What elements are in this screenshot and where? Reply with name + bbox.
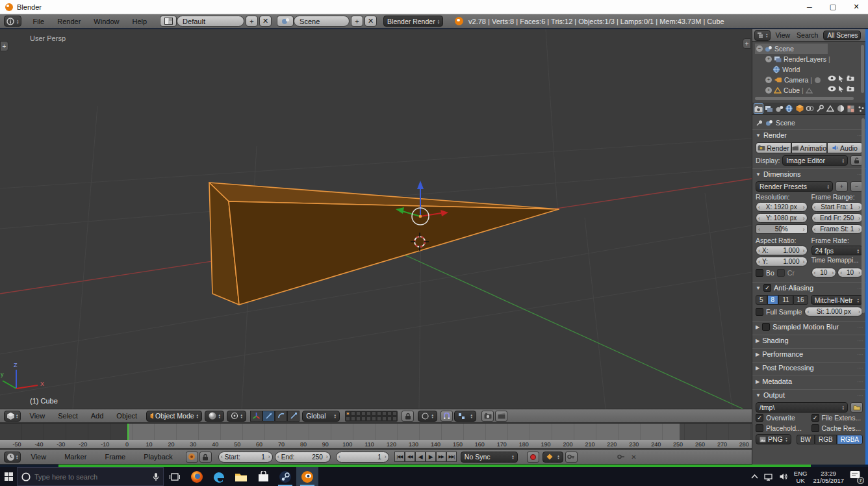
pivot-point-select[interactable] (227, 411, 246, 422)
outliner-item-cube[interactable]: + Cube | (765, 85, 813, 96)
layer-cell[interactable] (392, 416, 397, 421)
search-input[interactable] (34, 473, 138, 481)
full-sample-checkbox[interactable] (756, 308, 763, 316)
next-keyframe-button[interactable]: ▶▶ (436, 452, 446, 462)
layer-cell[interactable] (361, 411, 366, 416)
outliner-editor-type-selector[interactable]: ▴ ▾ (754, 30, 771, 41)
layer-cell[interactable] (377, 411, 381, 416)
panel-grip[interactable]: ···· (857, 351, 863, 358)
section-performance[interactable]: ▶ Performance ···· (752, 348, 866, 359)
render-presets-select[interactable]: Render Presets (756, 181, 833, 192)
channels-rgb-button[interactable]: RGB (815, 435, 837, 444)
vp-menu-add[interactable]: Add (84, 412, 110, 420)
steam-taskbar-icon[interactable] (274, 467, 296, 486)
network-icon[interactable] (764, 473, 774, 481)
delete-keyframe-button[interactable]: ✕ (628, 452, 640, 463)
aa-filter-select[interactable]: Mitchell-Netr (811, 295, 863, 305)
layer-cell[interactable] (372, 416, 376, 421)
panel-grip[interactable]: ···· (857, 378, 863, 385)
section-output[interactable]: ▼ Output ···· (752, 389, 866, 400)
section-metadata[interactable]: ▶ Metadata ···· (752, 376, 866, 387)
language-indicator[interactable]: ENG UK (794, 470, 808, 484)
layer-cell[interactable] (382, 411, 387, 416)
snap-element-select[interactable] (454, 411, 476, 422)
blender-taskbar-icon[interactable] (296, 467, 318, 486)
vp-menu-view[interactable]: View (23, 412, 52, 420)
menu-file[interactable]: File (27, 18, 51, 25)
add-scene-button[interactable]: + (351, 16, 363, 27)
tab-constraints[interactable] (805, 103, 815, 114)
region-expand-handle-left[interactable]: + (0, 41, 8, 51)
display-select[interactable]: Image Editor (782, 155, 848, 166)
motion-blur-checkbox[interactable] (762, 323, 770, 331)
render-opengl-anim-button[interactable] (495, 411, 507, 422)
jump-to-start-button[interactable]: |◀◀ (394, 452, 405, 462)
manipulator-rotate-button[interactable] (275, 411, 287, 422)
delete-layout-button[interactable]: ✕ (259, 16, 272, 27)
layer-cell[interactable] (387, 411, 392, 416)
aspect-y-field[interactable]: Y:1.000 (756, 257, 808, 266)
tl-menu-frame[interactable]: Frame (98, 453, 132, 461)
collapse-icon[interactable]: − (756, 45, 763, 52)
render-audio-button[interactable]: Audio (827, 142, 863, 153)
outliner-vscrollbar[interactable] (861, 45, 864, 93)
record-button[interactable] (527, 452, 539, 463)
lock-to-scene-button[interactable] (402, 411, 414, 422)
viewport-shading-select[interactable] (205, 411, 224, 422)
outliner-item-world[interactable]: World (772, 64, 800, 75)
start-button[interactable] (0, 467, 17, 486)
panel-grip[interactable]: ···· (857, 324, 863, 331)
cursor-select-icon[interactable] (838, 86, 845, 92)
resolution-x-field[interactable]: X: 1920 px (756, 202, 808, 212)
tab-world[interactable] (785, 103, 795, 114)
manipulator-translate-button[interactable] (262, 411, 275, 422)
layer-cell[interactable] (387, 416, 392, 421)
anti-aliasing-checkbox[interactable] (763, 284, 771, 292)
delete-scene-button[interactable]: ✕ (364, 16, 377, 27)
mode-select[interactable]: Object Mode (146, 411, 202, 422)
end-frame-field[interactable]: End Fr: 250 (811, 213, 863, 223)
layer-cell[interactable] (346, 411, 350, 416)
outliner-menu-search[interactable]: Search (797, 31, 818, 39)
prev-keyframe-button[interactable]: ◀◀ (405, 452, 415, 462)
viewport-editor-type-selector[interactable]: ▴ ▾ (4, 411, 21, 422)
close-button[interactable]: ✕ (845, 0, 868, 14)
file-explorer-taskbar-icon[interactable] (230, 467, 252, 486)
auto-keyframe-button[interactable] (186, 452, 198, 463)
microphone-icon[interactable] (153, 472, 159, 481)
snap-toggle-button[interactable] (440, 411, 453, 422)
taskbar-search[interactable] (17, 467, 164, 486)
eye-icon[interactable] (828, 86, 836, 92)
placeholders-checkbox[interactable] (756, 424, 763, 432)
current-frame-indicator[interactable] (127, 424, 129, 440)
viewport-3d[interactable]: Z y X User Persp (1) Cube + + (0, 29, 752, 409)
aa-samples-11[interactable]: 11 (778, 295, 793, 305)
expand-icon[interactable]: + (765, 77, 772, 83)
tab-texture[interactable] (846, 103, 856, 114)
eye-icon[interactable] (828, 75, 836, 81)
output-path-field[interactable]: /tmp\ (756, 402, 848, 413)
play-button[interactable]: ▶ (426, 452, 436, 462)
layer-cell[interactable] (346, 416, 350, 421)
layer-cell[interactable] (351, 411, 355, 416)
resolution-y-field[interactable]: Y: 1080 px (756, 213, 808, 223)
section-sampled-motion-blur[interactable]: ▶ Sampled Motion Blur ···· (752, 321, 866, 332)
remap-old-field[interactable]: 10 (811, 268, 837, 277)
section-dimensions[interactable]: ▼ Dimensions ···· (752, 168, 866, 179)
screen-layout-icon-button[interactable] (160, 16, 177, 27)
start-frame-field[interactable]: Start Fra: 1 (811, 202, 863, 212)
maximize-button[interactable]: ▢ (821, 0, 845, 14)
frame-step-field[interactable]: Frame St: 1 (811, 224, 863, 234)
layer-cell[interactable] (351, 416, 355, 421)
timeline-editor-type-selector[interactable]: ▴ ▾ (4, 452, 21, 463)
tab-material[interactable] (836, 103, 846, 114)
cache-result-checkbox[interactable] (811, 424, 819, 432)
windows-store-taskbar-icon[interactable] (252, 467, 274, 486)
channels-rgba-button[interactable]: RGBA (837, 435, 863, 444)
border-checkbox[interactable] (756, 269, 763, 277)
timeline-ruler-strip[interactable]: -50-40-30-20-100102030405060708090100110… (0, 440, 752, 449)
timeline-canvas[interactable] (0, 423, 752, 440)
section-post-processing[interactable]: ▶ Post Processing ···· (752, 362, 866, 373)
layer-cell[interactable] (356, 416, 361, 421)
scene-name[interactable]: Scene (294, 16, 350, 27)
